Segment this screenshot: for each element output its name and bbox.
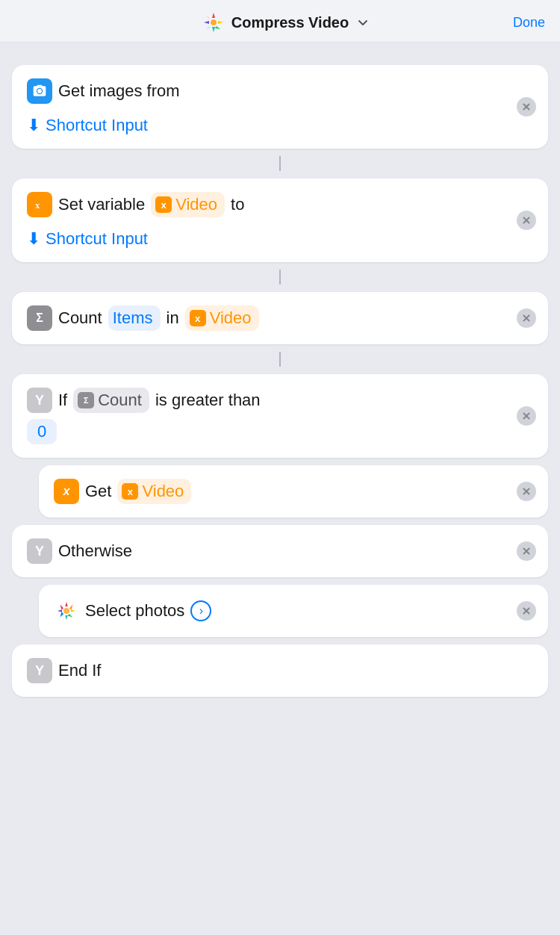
shortcut-input-text2: Shortcut Input — [46, 229, 148, 249]
svg-point-2 — [211, 19, 217, 25]
content: Get images from ⬇ Shortcut Input x Set v… — [0, 43, 560, 706]
items-pill[interactable]: Items — [108, 305, 161, 331]
close-set-variable-button[interactable] — [517, 211, 536, 230]
y-otherwise-icon: Y — [27, 538, 52, 564]
close-get-video-button[interactable] — [517, 482, 536, 501]
video-in-text: Video — [210, 308, 252, 328]
get-images-text: Get images from — [58, 81, 180, 101]
connector1 — [12, 156, 548, 171]
shortcut-input-icon2: ⬇ — [27, 229, 40, 249]
svg-text:x: x — [35, 201, 40, 211]
camera-icon — [27, 78, 52, 104]
otherwise-card: Y Otherwise — [12, 525, 548, 577]
end-if-row: Y End If — [27, 658, 533, 683]
close-count-button[interactable] — [517, 308, 536, 328]
get-images-row1: Get images from — [27, 78, 533, 104]
close-select-photos-button[interactable] — [517, 601, 536, 621]
get-images-row2: ⬇ Shortcut Input — [27, 116, 533, 135]
end-if-text: End If — [58, 661, 101, 680]
select-photos-row: Select photos › — [54, 598, 533, 624]
count-items-card: Σ Count Items in x Video — [12, 292, 548, 344]
arrow-circle-icon[interactable]: › — [190, 600, 211, 621]
select-photos-text: Select photos — [85, 601, 184, 621]
video-get-text: Video — [142, 482, 184, 501]
header-center: Compress Video — [202, 10, 371, 34]
close-if-button[interactable] — [517, 406, 536, 426]
count-text: Count — [58, 308, 102, 328]
sigma-icon: Σ — [27, 305, 52, 331]
otherwise-text: Otherwise — [58, 541, 132, 561]
get-images-card: Get images from ⬇ Shortcut Input — [12, 65, 548, 149]
y-end-if-icon: Y — [27, 658, 52, 683]
get-video-row: x Get x Video — [54, 479, 533, 504]
svg-point-5 — [63, 608, 69, 614]
if-text: If — [58, 391, 67, 410]
chevron-down-icon[interactable] — [355, 14, 371, 31]
y-if-icon: Y — [27, 388, 52, 413]
is-greater-than-text: is greater than — [155, 391, 261, 410]
video-in-pill[interactable]: x Video — [185, 305, 259, 331]
x-get-video-icon: x — [54, 479, 79, 504]
connector3 — [12, 352, 548, 367]
x-variable-icon1: x — [27, 192, 52, 217]
video-in-icon: x — [190, 310, 206, 326]
if-count-row2: 0 — [27, 419, 533, 444]
end-if-card: Y End If — [12, 644, 548, 697]
count-sigma-pill[interactable]: Σ Count — [73, 388, 149, 413]
video-var-text: Video — [175, 195, 217, 214]
close-otherwise-button[interactable] — [517, 541, 536, 561]
count-sigma-icon: Σ — [78, 392, 94, 409]
header-title: Compress Video — [231, 14, 349, 31]
if-count-card: Y If Σ Count is greater than 0 — [12, 374, 548, 458]
otherwise-row: Y Otherwise — [27, 538, 533, 564]
connector2 — [12, 270, 548, 285]
count-items-row: Σ Count Items in x Video — [27, 305, 533, 331]
header: Compress Video Done — [0, 0, 560, 43]
video-variable-pill[interactable]: x Video — [151, 192, 225, 217]
top-connector — [12, 52, 548, 58]
video-get-icon: x — [122, 483, 138, 500]
get-text: Get — [85, 482, 111, 501]
items-text: Items — [113, 308, 153, 328]
zero-value[interactable]: 0 — [27, 419, 57, 444]
photos-icon — [202, 10, 225, 34]
if-count-row1: Y If Σ Count is greater than — [27, 388, 533, 413]
photos-small-icon — [54, 598, 79, 624]
close-get-images-button[interactable] — [517, 97, 536, 117]
set-variable-label: Set variable — [58, 195, 145, 214]
count-sigma-text: Count — [98, 391, 142, 410]
in-text: in — [167, 308, 179, 328]
set-variable-row1: x Set variable x Video to — [27, 192, 533, 217]
to-text: to — [231, 195, 244, 214]
video-get-pill[interactable]: x Video — [117, 479, 191, 504]
video-var-icon: x — [155, 196, 172, 213]
get-video-card: x Get x Video — [39, 465, 548, 518]
set-variable-row2: ⬇ Shortcut Input — [27, 229, 533, 249]
shortcut-input-text1: Shortcut Input — [46, 116, 148, 135]
done-button[interactable]: Done — [513, 15, 545, 31]
shortcut-input-icon1: ⬇ — [27, 116, 40, 135]
set-variable-card: x Set variable x Video to ⬇ Shortcut Inp… — [12, 178, 548, 262]
select-photos-card: Select photos › — [39, 585, 548, 637]
